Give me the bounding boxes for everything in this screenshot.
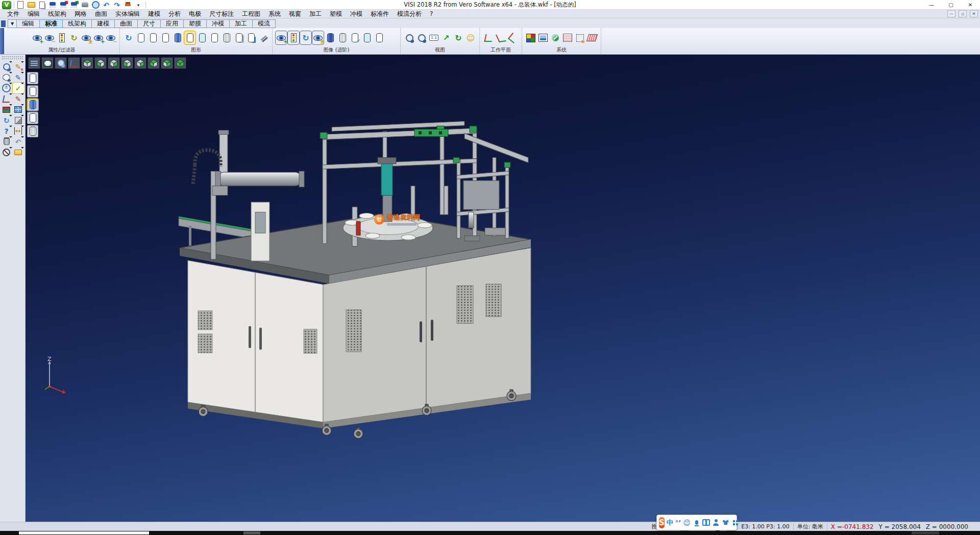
mdi-restore-button[interactable]: ▫ [959,10,967,17]
menu-item-11[interactable]: 系统 [264,10,285,18]
eye-add[interactable] [32,31,43,44]
menu-item-14[interactable]: 塑模 [326,10,346,18]
cylinder-group[interactable] [233,31,244,44]
menu-item-16[interactable]: 标准件 [366,10,393,18]
menu-item-18[interactable]: ? [426,10,437,18]
zoom-extents[interactable] [404,31,415,44]
tab-0[interactable]: 编辑 [17,19,40,28]
system-table[interactable] [562,31,573,44]
copy-attributes[interactable] [19,31,31,44]
confirm-check[interactable] [13,83,24,93]
tab-9[interactable]: 加工 [230,19,253,28]
menu-item-4[interactable]: 曲面 [91,10,111,18]
close-button[interactable]: ✕ [961,0,980,10]
tab-5[interactable]: 尺寸 [138,19,161,28]
cylinder-outline-1[interactable] [135,31,146,44]
menu-item-1[interactable]: 编辑 [23,10,44,18]
tab-4[interactable]: 曲面 [115,19,138,28]
tab-1[interactable]: 标准 [40,19,63,28]
cylinder-striped[interactable] [221,31,232,44]
taskbar-tray[interactable] [912,531,939,534]
draw-curve[interactable] [13,93,24,104]
eye-plus[interactable] [93,31,104,44]
navigate-compass[interactable] [1,147,12,158]
tab-dropdown-button[interactable]: ▼ [8,19,17,28]
menu-item-15[interactable]: 冲模 [346,10,366,18]
cylinder-blue[interactable] [172,31,183,44]
eye-toggle[interactable] [81,31,92,44]
maximize-button[interactable]: ▢ [941,0,961,10]
model-viewport[interactable]: 智 智造资料网 Z ◎偏移 XY 大视图 绝对视图 [26,55,980,535]
ribbon-grip[interactable] [0,28,4,54]
skin-shirt-icon[interactable] [722,519,729,526]
entity-search[interactable] [1,61,12,72]
account-person-icon[interactable] [712,519,720,526]
cylinder-outline-4[interactable] [209,31,220,44]
tab-10[interactable]: 模流 [253,19,276,28]
cylinder-light[interactable] [197,31,208,44]
zoom-plusminus[interactable] [1,83,12,93]
microphone-icon[interactable] [693,519,700,526]
menu-item-13[interactable]: 加工 [305,10,326,18]
toolbox-grid-icon[interactable] [731,519,739,526]
cylinder-striped-2[interactable] [337,31,348,44]
traffic-light-filter[interactable] [56,31,67,44]
open-project-folder[interactable] [13,147,24,158]
zoom-box-frame[interactable] [1,72,12,83]
color-palette-grid[interactable] [525,31,536,44]
menu-item-5[interactable]: 实体编辑 [111,10,144,18]
soft-keyboard-icon[interactable] [702,519,710,526]
solid-cube[interactable] [13,115,24,126]
cylinder-light-2[interactable] [361,31,373,44]
grid-settings[interactable] [586,31,598,44]
attributes-brush[interactable] [7,31,18,44]
help-question[interactable] [1,126,12,136]
mdi-close-button[interactable]: ✕ [970,10,978,17]
move-origin[interactable] [1,93,12,104]
zoom-window[interactable] [416,31,427,44]
cylinder-dark[interactable] [325,31,336,44]
tab-2[interactable]: 线架构 [63,19,92,28]
tab-7[interactable]: 塑膜 [184,19,207,28]
menu-item-17[interactable]: 模流分析 [393,10,426,18]
cylinder-export[interactable] [246,31,257,44]
cylinder-outline-5[interactable] [374,31,385,44]
solid-view-dark[interactable] [386,31,397,44]
render-face[interactable] [465,31,476,44]
zoom-dynamic[interactable] [440,31,452,44]
minimize-button[interactable]: — [922,0,941,10]
menu-item-6[interactable]: 建模 [144,10,164,18]
menu-item-2[interactable]: 线架构 [44,10,70,18]
box-refresh[interactable] [300,31,311,44]
workplane-rotate[interactable] [507,31,519,44]
cylinder-check[interactable] [349,31,360,44]
emoji-face-icon[interactable] [683,519,691,526]
menu-item-8[interactable]: 电极 [185,10,205,18]
menu-item-9[interactable]: 尺寸标注 [205,10,238,18]
workplane-align[interactable] [495,31,506,44]
cylinder-outline-2[interactable] [148,31,159,44]
refresh-view[interactable] [453,31,464,44]
selection-settings[interactable] [574,31,585,44]
taskbar-app-button[interactable] [243,531,260,534]
menu-item-12[interactable]: 视窗 [285,10,305,18]
cylinder-selected[interactable] [184,31,195,44]
cylinder-outline-3[interactable] [160,31,171,44]
taskbar-search-box[interactable] [19,531,149,534]
menu-item-3[interactable]: 网格 [70,10,91,18]
undo-arrow[interactable] [13,136,24,147]
mdi-minimize-button[interactable]: — [947,10,955,17]
measure-distance[interactable] [13,126,24,136]
tools-wrench[interactable] [258,31,269,44]
refresh-filter[interactable] [68,31,80,44]
eye-remove[interactable] [44,31,55,44]
eye-minus[interactable] [105,31,116,44]
system-tools[interactable] [550,31,561,44]
attributes-palette[interactable] [1,104,12,115]
delete-trash[interactable] [1,136,12,147]
delete-entities[interactable] [13,61,24,72]
workplane-axes[interactable] [483,31,494,44]
tab-6[interactable]: 应用 [161,19,184,28]
menu-item-7[interactable]: 分析 [164,10,185,18]
refresh-graphics[interactable] [123,31,134,44]
